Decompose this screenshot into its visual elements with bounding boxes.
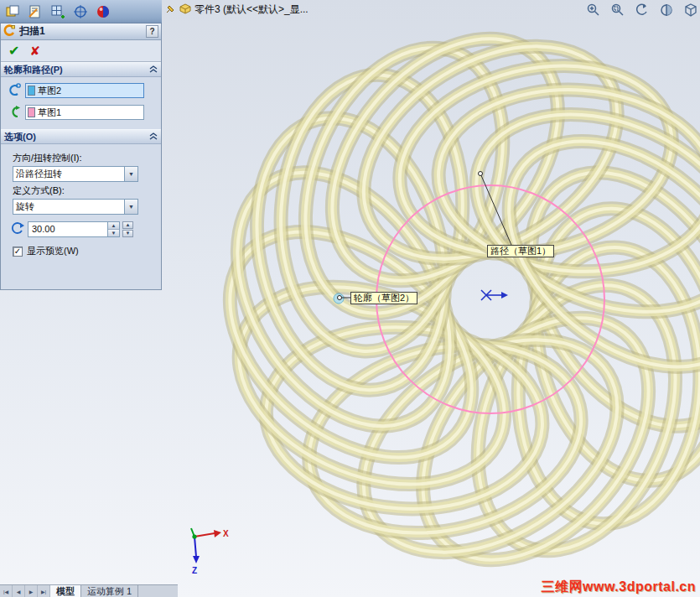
tab-scroll-first-icon[interactable]: |◀	[0, 585, 13, 597]
show-preview-label: 显示预览(W)	[27, 245, 79, 257]
zoom-to-fit-icon[interactable]	[584, 2, 603, 18]
triad-z-label: Z	[192, 566, 197, 575]
solidworks-window: X Z 路径（草图1） 轮廓（草图2） 零件3 (默认<<默认>_显...	[0, 0, 700, 597]
panel-tab-toolbar	[0, 0, 162, 23]
tab-scroll-next-icon[interactable]: ▶	[25, 585, 38, 597]
previous-view-icon[interactable]	[633, 2, 651, 18]
zoom-to-area-icon[interactable]	[609, 2, 627, 18]
definition-label: 定义方式(B):	[13, 184, 155, 197]
confirm-row: ✔ ✘	[1, 40, 161, 62]
combo-dropdown-icon[interactable]: ▼	[124, 200, 137, 214]
profile-callout[interactable]: 轮廓（草图2）	[350, 292, 417, 304]
profile-color-swatch	[28, 86, 35, 96]
profile-row: 草图2	[7, 82, 155, 99]
sweep-coil-model[interactable]	[153, 0, 700, 597]
origin-marker	[481, 290, 508, 300]
featuremanager-tab-icon[interactable]	[3, 2, 23, 22]
propertymanager-tab-icon[interactable]	[25, 2, 45, 22]
path-row: 草图1	[7, 104, 155, 121]
twist-angle-row: 30.00 ▲ ▼ ▲ ▼	[10, 221, 155, 237]
displaymanager-tab-icon[interactable]	[93, 2, 113, 22]
combo-dropdown-icon[interactable]: ▼	[124, 167, 137, 181]
part-icon	[179, 3, 191, 17]
angle-stepper-down-icon[interactable]: ▼	[122, 230, 133, 237]
triad-x-label: X	[223, 529, 229, 538]
angle-stepper: ▲ ▼	[122, 221, 133, 237]
tab-scroll-last-icon[interactable]: ▶|	[38, 585, 50, 597]
document-tab-label: 零件3 (默认<<默认>_显...	[194, 3, 309, 17]
sweep-feature-icon	[3, 24, 16, 39]
definition-combobox[interactable]: 旋转 ▼	[13, 199, 138, 215]
twist-angle-icon	[10, 221, 25, 237]
options-header-label: 选项(O)	[4, 131, 149, 143]
profile-field[interactable]: 草图2	[25, 83, 144, 98]
orientation-label: 方向/扭转控制(I):	[13, 152, 155, 164]
path-anchor-point[interactable]	[479, 172, 483, 176]
configurationmanager-tab-icon[interactable]	[48, 2, 68, 22]
profile-path-group: 草图2 草图1	[1, 77, 161, 129]
tab-scroll-prev-icon[interactable]: ◀	[13, 585, 25, 597]
study-tab-bar: |◀ ◀ ▶ ▶| 模型 运动算例 1	[0, 584, 178, 597]
help-button[interactable]: ?	[146, 25, 158, 38]
panel-title: 扫描1	[19, 24, 143, 39]
tab-motion-study[interactable]: 运动算例 1	[81, 585, 138, 597]
profile-sketch-icon	[7, 82, 22, 99]
section-view-icon[interactable]	[657, 2, 676, 18]
twist-angle-input[interactable]: 30.00 ▲ ▼	[28, 221, 120, 237]
angle-spin-up-icon[interactable]: ▲	[108, 222, 119, 229]
reference-triad: X Z	[191, 528, 229, 575]
collapse-chevron-icon	[149, 65, 158, 75]
dimxpert-tab-icon[interactable]	[70, 2, 91, 22]
watermark-text: 三维网www.3dportal.cn	[542, 579, 696, 596]
view-orientation-icon[interactable]	[682, 2, 700, 18]
ok-button[interactable]: ✔	[8, 44, 19, 58]
twist-angle-value: 30.00	[29, 222, 107, 236]
tab-model[interactable]: 模型	[50, 585, 81, 597]
collapse-chevron-icon	[149, 132, 158, 142]
profile-path-header-label: 轮廓和路径(P)	[4, 64, 149, 76]
cancel-button[interactable]: ✘	[29, 44, 40, 57]
show-preview-checkbox[interactable]: ✓	[13, 247, 23, 257]
options-section-header[interactable]: 选项(O)	[1, 129, 161, 144]
definition-value: 旋转	[13, 200, 124, 214]
document-tab[interactable]: 零件3 (默认<<默认>_显...	[165, 3, 309, 17]
sweep-propertymanager: 扫描1 ? ✔ ✘ 轮廓和路径(P) 草图2	[0, 23, 162, 290]
show-preview-row: ✓ 显示预览(W)	[13, 245, 155, 257]
orientation-combobox[interactable]: 沿路径扭转 ▼	[13, 166, 138, 182]
profile-anchor-point[interactable]	[338, 296, 342, 300]
profile-path-section-header[interactable]: 轮廓和路径(P)	[1, 62, 161, 77]
orientation-value: 沿路径扭转	[13, 167, 124, 181]
angle-spin-down-icon[interactable]: ▼	[108, 229, 119, 236]
angle-stepper-up-icon[interactable]: ▲	[122, 221, 133, 229]
heads-up-toolbar	[584, 2, 700, 18]
path-field-value: 草图1	[38, 106, 61, 119]
path-callout[interactable]: 路径（草图1）	[487, 245, 554, 257]
panel-title-bar: 扫描1 ?	[1, 23, 161, 40]
path-sketch-icon	[7, 104, 22, 121]
path-field[interactable]: 草图1	[25, 105, 144, 120]
path-color-swatch	[28, 107, 35, 117]
pin-icon	[165, 3, 176, 17]
options-group: 方向/扭转控制(I): 沿路径扭转 ▼ 定义方式(B): 旋转 ▼ 30.00	[1, 144, 161, 264]
profile-field-value: 草图2	[38, 85, 61, 97]
